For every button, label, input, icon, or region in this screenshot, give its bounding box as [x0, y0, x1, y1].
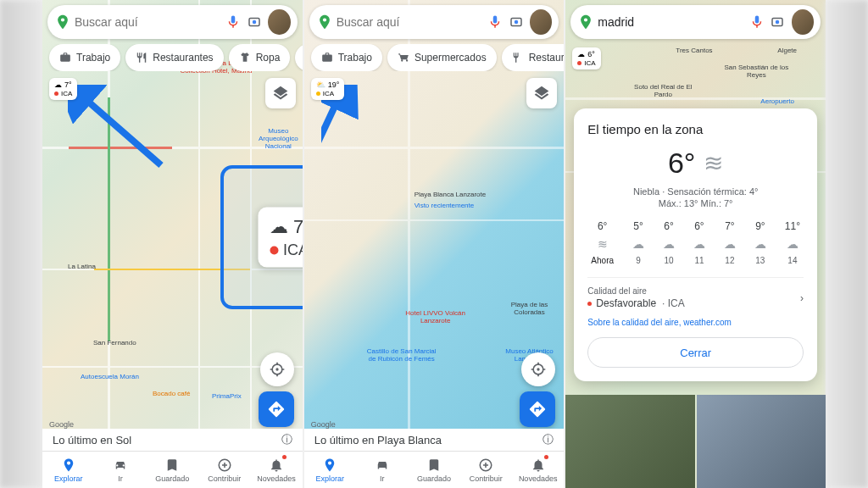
aqi-dot-icon — [316, 92, 320, 96]
nav-go[interactable]: Ir — [356, 452, 408, 488]
forecast-hour: 11°☁14 — [785, 220, 800, 265]
svg-point-0 — [61, 18, 64, 21]
poi-label[interactable]: Autoescuela Morán — [81, 373, 139, 380]
search-bar[interactable] — [570, 5, 821, 39]
poi-label[interactable]: Playa Blanca Lanzarote — [415, 191, 487, 198]
aqi-dot-icon — [577, 61, 581, 65]
user-avatar[interactable] — [792, 9, 814, 35]
callout-arrow-icon — [68, 85, 178, 169]
poi-label[interactable]: La Latina — [68, 263, 96, 270]
nav-explore[interactable]: Explorar — [304, 452, 356, 488]
cloud-icon: ☁ — [270, 216, 288, 238]
nav-contribute[interactable]: Contribuir — [198, 452, 250, 488]
bookmark-icon — [164, 458, 180, 473]
car-icon — [375, 458, 390, 473]
poi-label[interactable]: Hotel LIVVO Volcán Lanzarote — [398, 309, 474, 324]
map-panel-1: Sant Mauro, a Luxury Collection Hotel, M… — [42, 0, 303, 488]
voice-search-icon[interactable] — [746, 10, 767, 34]
svg-point-2 — [253, 20, 257, 25]
poi-label[interactable]: PrimaPrix — [212, 392, 242, 400]
nav-updates[interactable]: Novedades — [512, 452, 564, 488]
locate-me-button[interactable] — [260, 352, 294, 386]
weather-badge[interactable]: ☁6° ICA — [572, 47, 600, 69]
poi-label[interactable]: San Fernando — [93, 339, 136, 347]
search-bar[interactable] — [47, 5, 298, 39]
crosshair-icon — [530, 361, 547, 378]
nav-explore[interactable]: Explorar — [42, 452, 94, 488]
bottom-navigation: Explorar Ir Guardado Contribuir Novedade… — [304, 451, 565, 488]
weather-badge[interactable]: ☁7° ICA — [49, 78, 77, 100]
bookmark-icon — [426, 458, 442, 473]
voice-search-icon[interactable] — [485, 10, 506, 34]
nav-updates[interactable]: Novedades — [250, 452, 302, 488]
search-bar[interactable] — [309, 5, 559, 39]
nav-go[interactable]: Ir — [94, 452, 146, 488]
layers-button[interactable] — [526, 78, 557, 108]
chip-supermarkets[interactable]: Supermercados — [387, 44, 497, 71]
search-input[interactable] — [598, 15, 746, 29]
plus-circle-icon — [217, 458, 232, 473]
info-icon[interactable]: ⓘ — [542, 432, 554, 447]
category-chips: Trabajo Supermercados Restaurantes — [309, 44, 565, 71]
chip-restaurants[interactable]: Restaurantes — [125, 44, 223, 71]
chip-more[interactable] — [295, 44, 302, 71]
chip-work[interactable]: Trabajo — [311, 44, 382, 71]
nav-contribute[interactable]: Contribuir — [460, 452, 512, 488]
forecast-hour: 6°≋Ahora — [591, 220, 614, 265]
chip-clothing[interactable]: Ropa — [229, 44, 291, 71]
lens-search-icon[interactable] — [244, 10, 265, 34]
air-quality-row[interactable]: Calidad del aire Desfavorable · ICA › — [587, 277, 804, 309]
cloud-icon: ☁ — [54, 80, 62, 89]
poi-label[interactable]: Algete — [777, 47, 797, 54]
poi-label[interactable]: Tres Cantos — [676, 47, 712, 54]
user-avatar[interactable] — [268, 9, 290, 35]
forecast-hour: 5°☁9 — [632, 220, 644, 265]
close-button[interactable]: Cerrar — [587, 337, 804, 368]
chip-restaurants[interactable]: Restaurantes — [502, 44, 565, 71]
svg-point-12 — [537, 368, 540, 370]
poi-label[interactable]: Visto recientemente — [415, 202, 475, 209]
hourly-forecast[interactable]: 6°≋Ahora5°☁96°☁106°☁117°☁129°☁1311°☁14 — [587, 220, 804, 265]
info-icon[interactable]: ⓘ — [281, 432, 292, 447]
user-avatar[interactable] — [530, 9, 552, 35]
map-panel-2: Playa Blanca Lanzarote Visto recientemen… — [304, 0, 565, 488]
weather-current: 6° ≋ — [587, 147, 804, 180]
weather-callout: ☁7° ICA — [220, 165, 303, 309]
google-maps-logo-icon — [316, 13, 333, 31]
search-input[interactable] — [337, 15, 485, 29]
poi-label[interactable]: Playa de las Coloradas — [495, 301, 565, 316]
weather-conditions: Niebla · Sensación térmica: 4° — [587, 186, 804, 197]
svg-point-5 — [275, 368, 278, 370]
bell-icon — [531, 458, 546, 473]
forecast-hour: 7°☁12 — [724, 220, 736, 265]
forecast-hour: 6°☁11 — [693, 220, 705, 265]
chip-work[interactable]: Trabajo — [49, 44, 120, 71]
search-input[interactable] — [75, 15, 223, 29]
weather-source-link[interactable]: Sobre la calidad del aire, weather.com — [587, 318, 804, 327]
layers-button[interactable] — [265, 78, 296, 108]
svg-line-3 — [81, 95, 161, 165]
lens-search-icon[interactable] — [505, 10, 526, 34]
layers-icon — [272, 85, 289, 102]
lens-search-icon[interactable] — [767, 10, 788, 34]
voice-search-icon[interactable] — [223, 10, 244, 34]
poi-label[interactable]: Soto del Real de El Pardo — [625, 83, 701, 98]
map-panel-3: Tres Cantos Algete San Sebastián de los … — [565, 0, 826, 488]
nav-saved[interactable]: Guardado — [147, 452, 198, 488]
directions-icon — [528, 400, 547, 419]
layers-icon — [533, 85, 550, 102]
poi-label[interactable]: Aeropuerto — [760, 97, 794, 105]
pin-icon — [322, 458, 337, 473]
directions-button[interactable] — [520, 391, 555, 427]
poi-label[interactable]: Castillo de San Marcial de Rubicón de Fe… — [364, 347, 440, 363]
poi-label[interactable]: Museo Arqueológico Nacional — [254, 127, 303, 150]
latest-section-header[interactable]: Lo último en Sol ⓘ — [42, 429, 303, 451]
poi-label[interactable]: San Sebastián de los Reyes — [718, 64, 794, 79]
poi-label[interactable]: Bocado café — [153, 390, 190, 397]
directions-icon — [267, 400, 286, 419]
nav-saved[interactable]: Guardado — [408, 452, 459, 488]
latest-section-header[interactable]: Lo último en Playa Blanca ⓘ — [304, 429, 565, 451]
weather-range: Máx.: 13° Mín.: 7° — [587, 198, 804, 208]
directions-button[interactable] — [259, 391, 294, 427]
weather-badge[interactable]: ⛅19° ICA — [311, 78, 345, 100]
